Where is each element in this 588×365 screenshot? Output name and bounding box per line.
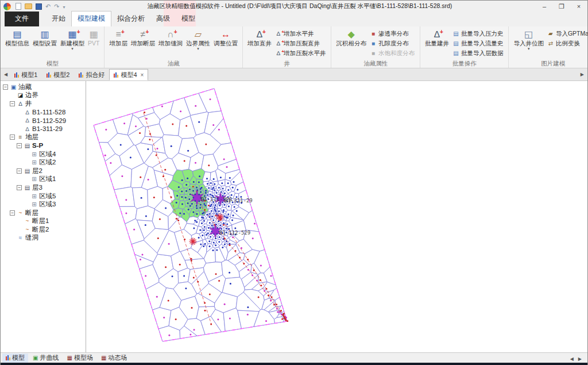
tree-expander[interactable]: [3, 84, 8, 90]
field-icon: ▦: [67, 355, 72, 361]
ribbon-tab-0[interactable]: 文件: [5, 11, 39, 26]
tree-item-14[interactable]: ⊞区域3: [1, 200, 86, 209]
ribbon-button-adjust-position[interactable]: ↔调整位置: [212, 28, 239, 47]
tree-item-5[interactable]: ∆B1-311-29: [1, 125, 86, 133]
open-folder-icon[interactable]: [25, 3, 32, 9]
tree-item-3[interactable]: ∆B1-111-528: [1, 108, 86, 117]
ribbon-button-new-model[interactable]: ▦+新建模型: [59, 28, 86, 51]
ribbon-button-batch-well[interactable]: ∆+批量建井: [424, 28, 450, 47]
redo-icon[interactable]: [54, 3, 59, 10]
saturation-icon: ■: [369, 49, 377, 57]
tree-item-15[interactable]: ~断层: [1, 209, 86, 217]
tree-item-label: 井: [25, 99, 32, 108]
ribbon-button-saturation[interactable]: ■水饱和度分布: [369, 48, 417, 58]
ribbon-group-3: ◆沉积相分布■渗透率分布■孔隙度分布■水饱和度分布油藏属性: [331, 26, 420, 68]
ribbon-button-add-vertical-well[interactable]: ∆+增加直井: [246, 28, 273, 47]
ribbon-button-import-gptmap[interactable]: ▰导入GPTMap: [547, 29, 588, 39]
tree-item-18[interactable]: ≈缝洞: [1, 234, 86, 243]
tree-item-0[interactable]: ▣油藏: [1, 83, 86, 91]
doc-tab-3[interactable]: 模型4×: [109, 69, 148, 80]
ribbon-button-add-frac-horizontal-well[interactable]: ∆+增加压裂水平井: [274, 48, 328, 58]
tree-expander[interactable]: [17, 185, 22, 190]
ribbon-tab-4[interactable]: 高级: [150, 11, 176, 26]
canvas-area: B1-111-528B1-311-29B1-112-529: [86, 81, 587, 352]
tree-item-6[interactable]: ≡地层: [1, 133, 86, 142]
tree-item-17[interactable]: ~断层2: [1, 225, 86, 234]
doc-icon: [79, 72, 83, 78]
permeability-icon: ■: [369, 30, 377, 37]
status-tab-2[interactable]: ▦模型场: [63, 354, 96, 363]
tree-expander[interactable]: [10, 101, 15, 106]
ribbon-button-add-frac-vertical-well[interactable]: ∆+增加压裂直井: [274, 39, 328, 48]
ribbon-button-model-settings[interactable]: ▥模型设置: [32, 28, 58, 47]
ribbon-tab-5[interactable]: 模型: [176, 11, 201, 26]
tree-item-2[interactable]: ∆井: [1, 99, 86, 108]
button-label: 批量导入流量史: [461, 40, 504, 48]
tree-expander[interactable]: [10, 210, 15, 216]
tree-expander[interactable]: [17, 143, 22, 148]
tree-item-13[interactable]: ⊞区域5: [1, 192, 86, 201]
ribbon-tab-1[interactable]: 开始: [46, 11, 71, 26]
tree-item-4[interactable]: ∆B1-112-529: [1, 116, 86, 125]
doc-tab-1[interactable]: 模型2: [42, 69, 74, 80]
ribbon-button-sedimentary-facies[interactable]: ◆沉积相分布: [335, 28, 368, 47]
button-label: 批量建井: [425, 40, 449, 47]
ribbon-button-add-cave[interactable]: ∩+增加缝洞: [157, 28, 184, 47]
ribbon-tab-2[interactable]: 模型建模: [71, 11, 111, 26]
tree-item-8[interactable]: ⊞区域4: [1, 150, 86, 159]
model-canvas[interactable]: B1-111-528B1-311-29B1-112-529: [86, 81, 587, 352]
window-bottom-edge: [1, 363, 587, 365]
ribbon-group-label: 井: [243, 60, 331, 68]
new-file-icon[interactable]: [16, 3, 21, 10]
ribbon-button-batch-pressure[interactable]: ▤批量导入压力史: [452, 29, 506, 39]
chevron-down-icon[interactable]: [71, 47, 74, 51]
ribbon-button-porosity[interactable]: ■孔隙度分布: [369, 39, 417, 48]
doc-tab-label: 模型2: [53, 71, 69, 79]
status-tab-0[interactable]: 模型: [2, 354, 28, 363]
quick-access-more-icon[interactable]: [63, 3, 65, 10]
ribbon-button-import-wellmap[interactable]: ◱导入井位图: [512, 28, 545, 51]
tree-expander[interactable]: [10, 135, 15, 140]
status-scroll-right-icon[interactable]: ▶: [576, 356, 584, 362]
tree-expander[interactable]: [17, 168, 22, 174]
ribbon-button-permeability[interactable]: ■渗透率分布: [369, 29, 417, 39]
tree-item-label: 地层: [25, 133, 38, 141]
tree-item-1[interactable]: ◪边界: [1, 91, 86, 100]
tree-item-9[interactable]: ⊞区域2: [1, 158, 86, 167]
button-label: 增加压裂水平井: [284, 49, 326, 57]
ribbon-button-batch-layer[interactable]: ▤批量导入层数据: [452, 48, 506, 58]
ribbon-tab-3[interactable]: 拟合分析: [111, 11, 150, 26]
ribbon-button-model-info[interactable]: ▤模型信息: [4, 28, 30, 47]
ribbon-button-add-horizontal-well[interactable]: ∆+增加水平井: [274, 29, 328, 39]
doc-tab-2[interactable]: 拟合好: [74, 69, 109, 80]
minimize-button[interactable]: –: [536, 1, 553, 12]
doc-tab-0[interactable]: 模型1: [10, 69, 42, 80]
tabs-scroll-right-icon[interactable]: ▶: [578, 72, 586, 77]
button-label: 增加直井: [247, 40, 272, 47]
tree-item-12[interactable]: ▤层3: [1, 183, 86, 192]
status-tab-1[interactable]: ▣井曲线: [29, 354, 62, 363]
new-model-icon: ▦+: [68, 29, 76, 40]
tree-item-16[interactable]: ~断层1: [1, 217, 86, 226]
tree-item-11[interactable]: ⊞区域1: [1, 175, 86, 184]
tree-item-7[interactable]: ▤S-P: [1, 141, 86, 150]
layer-icon: ▤: [24, 168, 31, 174]
chevron-down-icon[interactable]: [197, 47, 199, 51]
close-icon[interactable]: ×: [141, 72, 144, 78]
ribbon-button-add-layer[interactable]: ≡+增加层: [108, 28, 129, 47]
ribbon-button-boundary-attr[interactable]: ▱边界属性: [185, 28, 211, 51]
status-tab-3[interactable]: ▦动态场: [98, 354, 130, 363]
ribbon-button-pvt[interactable]: ▦PVT: [87, 28, 100, 47]
ribbon-button-batch-rate[interactable]: ▤批量导入流量史: [452, 39, 506, 48]
ribbon-button-add-fault[interactable]: ≠+增加断层: [130, 28, 156, 47]
ribbon-button-scale-transform[interactable]: ⇄比例变换: [547, 39, 588, 48]
close-button[interactable]: ×: [570, 1, 587, 12]
tree-item-10[interactable]: ▤层2: [1, 167, 86, 175]
status-scroll-left-icon[interactable]: ◀: [568, 356, 576, 362]
restore-button[interactable]: ❐: [553, 1, 570, 12]
chevron-down-icon[interactable]: [528, 47, 530, 51]
tabs-scroll-left-icon[interactable]: ◀: [2, 72, 10, 77]
save-icon[interactable]: [36, 3, 42, 10]
undo-icon[interactable]: [45, 3, 51, 10]
button-label: 增加压裂直井: [284, 40, 320, 48]
